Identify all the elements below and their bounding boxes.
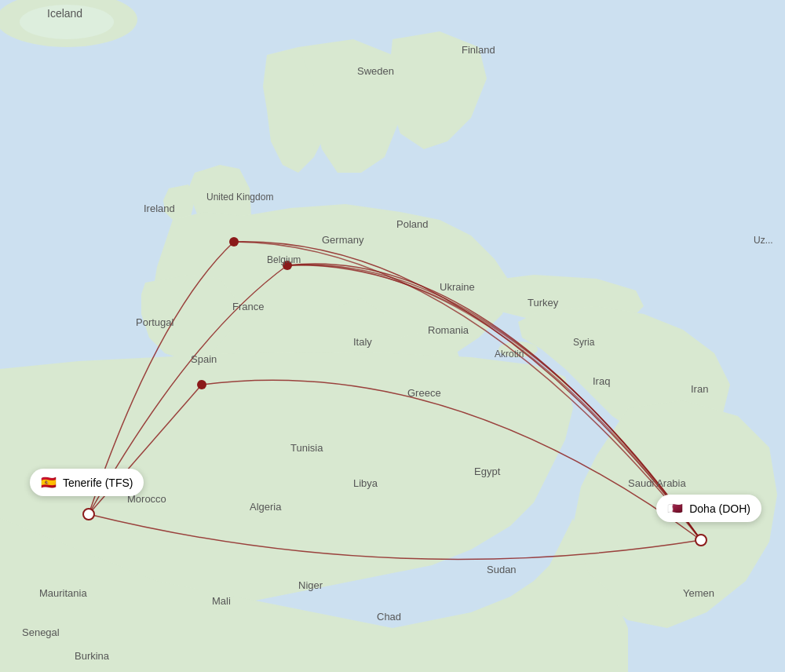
svg-text:Mauritania: Mauritania [39, 587, 87, 599]
svg-text:Portugal: Portugal [136, 316, 174, 328]
svg-text:Greece: Greece [407, 387, 441, 399]
svg-text:Yemen: Yemen [683, 587, 714, 599]
svg-text:Akrotiri: Akrotiri [495, 349, 524, 360]
svg-text:Finland: Finland [462, 44, 495, 56]
map-svg: Iceland Ireland United Kingdom Finland S… [0, 0, 785, 672]
svg-text:Germany: Germany [322, 234, 364, 246]
svg-text:Iraq: Iraq [593, 375, 610, 387]
map-container: Iceland Ireland United Kingdom Finland S… [0, 0, 785, 672]
svg-point-10 [696, 535, 706, 546]
svg-text:Syria: Syria [573, 337, 595, 348]
svg-text:Burkina: Burkina [75, 650, 110, 662]
svg-text:Mali: Mali [212, 595, 231, 607]
svg-text:Uz...: Uz... [754, 235, 773, 246]
svg-point-8 [197, 380, 206, 389]
svg-text:Poland: Poland [396, 218, 428, 230]
tenerife-info-box: 🇪🇸 Tenerife (TFS) [30, 469, 144, 496]
tenerife-label: Tenerife (TFS) [63, 477, 133, 489]
tenerife-flag: 🇪🇸 [41, 475, 57, 490]
svg-text:Chad: Chad [377, 611, 401, 623]
svg-text:Belgium: Belgium [267, 254, 301, 265]
doha-info-box: 🇶🇦 Doha (DOH) [656, 495, 761, 522]
svg-text:Tunisia: Tunisia [290, 442, 323, 454]
svg-text:Ukraine: Ukraine [440, 281, 475, 293]
svg-text:Spain: Spain [191, 353, 217, 365]
svg-text:Iceland: Iceland [47, 7, 82, 20]
doha-flag: 🇶🇦 [667, 501, 683, 516]
svg-text:Sweden: Sweden [357, 65, 394, 77]
svg-text:Romania: Romania [428, 324, 469, 336]
svg-text:Senegal: Senegal [22, 626, 60, 638]
svg-text:Sudan: Sudan [487, 564, 517, 575]
svg-text:Saudi Arabia: Saudi Arabia [628, 477, 686, 489]
svg-text:Italy: Italy [353, 336, 372, 348]
svg-point-6 [229, 237, 239, 247]
svg-text:Turkey: Turkey [528, 297, 559, 309]
svg-text:United Kingdom: United Kingdom [206, 192, 273, 203]
doha-label: Doha (DOH) [689, 502, 750, 515]
svg-text:Iran: Iran [691, 383, 708, 395]
svg-text:France: France [232, 301, 264, 312]
svg-text:Ireland: Ireland [144, 203, 175, 214]
svg-text:Egypt: Egypt [474, 466, 501, 477]
svg-text:Libya: Libya [353, 477, 378, 489]
svg-point-9 [83, 509, 94, 520]
svg-text:Algeria: Algeria [250, 501, 282, 513]
svg-text:Niger: Niger [298, 579, 323, 591]
